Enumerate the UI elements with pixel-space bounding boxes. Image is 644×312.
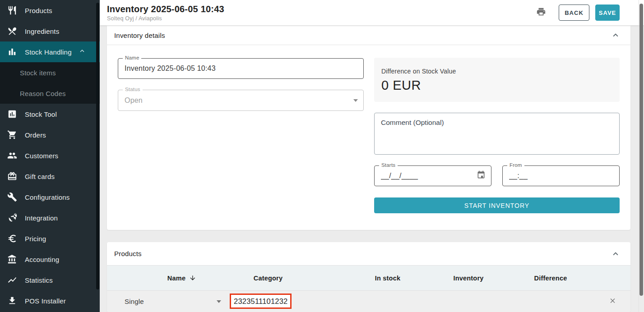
sidebar-item-label: Integration	[25, 214, 58, 222]
sidebar-item-label: Gift cards	[25, 173, 55, 180]
sidebar-subitem-label: Stock items	[20, 69, 56, 77]
sidebar-scrollbar[interactable]	[96, 3, 99, 289]
products-card: Products Name Category In stock Inventor…	[107, 242, 630, 312]
status-selected-value: Open	[118, 90, 363, 110]
difference-value: 0 EUR	[381, 78, 612, 93]
sidebar-item-customers[interactable]: Customers	[0, 145, 100, 166]
from-field: From	[502, 165, 620, 186]
sidebar-item-label: Orders	[25, 131, 46, 139]
difference-label: Difference on Stock Value	[381, 68, 612, 75]
content-area: Inventory details Name Status Open Diffe…	[100, 26, 644, 312]
sidebar-item-ingredients[interactable]: Ingredients	[0, 21, 100, 41]
inventory-details-section-header[interactable]: Inventory details	[107, 26, 630, 45]
starts-field: Starts	[374, 165, 491, 186]
start-inventory-button[interactable]: START INVENTORY	[374, 197, 620, 213]
section-title: Products	[114, 250, 142, 257]
name-input[interactable]	[118, 59, 363, 78]
from-time-input[interactable]	[503, 166, 619, 186]
sidebar-item-label: Statistics	[25, 276, 53, 284]
from-field-label: From	[507, 162, 524, 168]
globe-lock-icon	[7, 212, 18, 223]
page-title: Inventory 2025-06-05 10:43	[107, 4, 224, 14]
section-title: Inventory details	[114, 32, 165, 39]
row-type-select[interactable]: Single	[119, 291, 221, 312]
dropdown-arrow-icon	[353, 99, 358, 102]
app-window: Products Ingredients Stock Handling Stoc…	[0, 0, 644, 312]
main-area: Inventory 2025-06-05 10:43 Solteq Oyj / …	[100, 0, 644, 312]
collapse-chevron-up-icon[interactable]	[611, 30, 621, 40]
sidebar-item-label: Pricing	[25, 235, 46, 243]
sidebar-subitem-label: Reason Codes	[20, 90, 66, 97]
sidebar-item-stock-handling[interactable]: Stock Handling	[0, 41, 100, 62]
close-icon	[609, 297, 616, 306]
sidebar-item-orders[interactable]: Orders	[0, 124, 100, 145]
printer-icon	[536, 7, 546, 18]
page-scrollbar-thumb[interactable]	[639, 4, 643, 296]
chevron-up-icon	[78, 47, 86, 57]
sidebar-item-gift-cards[interactable]: Gift cards	[0, 166, 100, 187]
name-field-label: Name	[123, 55, 141, 60]
page-header: Inventory 2025-06-05 10:43 Solteq Oyj / …	[100, 0, 644, 26]
starts-field-label: Starts	[379, 162, 398, 168]
sidebar-item-stock-tool[interactable]: Stock Tool	[0, 104, 100, 124]
line-chart-icon	[7, 275, 18, 285]
column-header-in-stock[interactable]: In stock	[375, 275, 400, 282]
sidebar-item-label: Stock Tool	[25, 110, 57, 118]
gift-icon	[7, 171, 18, 182]
page-scrollbar-track[interactable]	[639, 0, 644, 312]
breadcrumb: Solteq Oyj / Aviapolis	[107, 15, 224, 22]
sidebar-item-label: POS Installer	[25, 297, 66, 305]
save-button[interactable]: SAVE	[595, 5, 620, 21]
starts-date-input[interactable]	[375, 166, 491, 186]
inventory-details-card: Inventory details Name Status Open Diffe…	[107, 26, 630, 230]
sidebar-item-accounting[interactable]: Accounting	[0, 249, 100, 270]
euro-icon	[7, 233, 18, 244]
collapse-chevron-up-icon[interactable]	[611, 249, 621, 259]
column-header-category[interactable]: Category	[254, 275, 283, 282]
comment-field	[374, 113, 620, 155]
sidebar-item-label: Ingredients	[25, 28, 59, 35]
name-field: Name	[118, 58, 364, 79]
restaurant-icon	[7, 5, 18, 16]
product-code-input[interactable]	[231, 295, 290, 307]
row-type-selected-value: Single	[119, 298, 144, 305]
sidebar-item-pricing[interactable]: Pricing	[0, 228, 100, 249]
back-button[interactable]: BACK	[559, 5, 589, 21]
status-field-label: Status	[123, 87, 143, 92]
products-table-header: Name Category In stock Inventory Differe…	[107, 266, 630, 291]
sidebar-item-products[interactable]: Products	[0, 0, 100, 21]
bar-chart-icon	[7, 46, 18, 57]
sidebar-item-integration[interactable]: Integration	[0, 207, 100, 228]
print-button[interactable]	[533, 5, 549, 20]
sidebar: Products Ingredients Stock Handling Stoc…	[0, 0, 100, 312]
fork-knife-crossed-icon	[7, 26, 18, 37]
comment-textarea[interactable]	[374, 113, 620, 155]
sidebar-item-label: Configurations	[25, 193, 70, 201]
column-header-inventory[interactable]: Inventory	[453, 275, 483, 282]
wrench-icon	[7, 192, 18, 202]
people-icon	[7, 150, 18, 161]
column-label: Name	[167, 275, 185, 282]
download-icon	[7, 295, 18, 306]
product-code-field-highlighted	[230, 294, 292, 309]
column-header-name[interactable]: Name	[167, 273, 196, 283]
sidebar-item-pos-installer[interactable]: POS Installer	[0, 290, 100, 311]
sidebar-item-reason-codes[interactable]: Reason Codes	[0, 83, 100, 104]
status-field[interactable]: Status Open	[118, 90, 364, 111]
dropdown-arrow-icon	[217, 300, 221, 303]
calendar-icon[interactable]	[477, 170, 486, 181]
assessment-icon	[7, 109, 18, 119]
remove-row-button[interactable]	[609, 297, 616, 306]
sidebar-item-label: Products	[25, 7, 52, 14]
column-header-difference[interactable]: Difference	[534, 275, 567, 282]
sidebar-item-label: Customers	[25, 152, 58, 160]
shopping-cart-icon	[7, 129, 18, 140]
sidebar-item-statistics[interactable]: Statistics	[0, 270, 100, 290]
sidebar-item-label: Accounting	[25, 256, 59, 263]
sort-descending-icon	[185, 273, 196, 283]
product-row: Single	[107, 291, 630, 312]
products-section-header[interactable]: Products	[107, 242, 630, 266]
sidebar-item-stock-items[interactable]: Stock items	[0, 62, 100, 83]
title-block: Inventory 2025-06-05 10:43 Solteq Oyj / …	[107, 4, 224, 22]
sidebar-item-configurations[interactable]: Configurations	[0, 187, 100, 207]
